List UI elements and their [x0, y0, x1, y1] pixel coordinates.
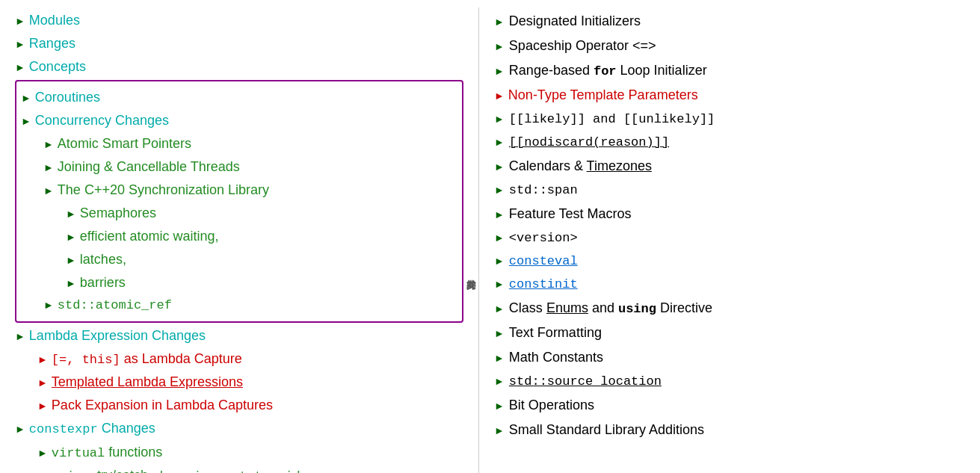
joining-threads-link[interactable]: Joining & Cancellable Threads [58, 157, 240, 177]
list-item: ► latches, [21, 250, 457, 270]
pack-expansion-link[interactable]: Pack Expansion in Lambda Captures [52, 395, 273, 415]
arrow-icon: ► [15, 329, 25, 344]
list-item: ► Text Formatting [494, 322, 965, 344]
arrow-icon: ► [37, 469, 48, 473]
likely-label: [[likely]] and [[unlikely]] [509, 109, 715, 129]
list-item: ► Class Enums and using Directive [494, 297, 965, 319]
lambda-changes-link[interactable]: Lambda Expression Changes [29, 326, 206, 346]
templated-lambda-link[interactable]: Templated Lambda Expressions [52, 372, 243, 392]
list-item: ► constexpr Changes [15, 418, 463, 439]
designated-init-link[interactable]: Designated Initializers [509, 10, 641, 32]
arrow-icon: ► [15, 60, 25, 75]
bordered-section: ► Coroutines ► Concurrency Changes ► Ato… [15, 80, 463, 323]
constexpr-changes-link[interactable]: constexpr Changes [29, 418, 155, 439]
coroutines-link[interactable]: Coroutines [35, 87, 100, 108]
list-item: ► <version> [494, 228, 965, 248]
list-item: ► Spaceship Operator <=> [494, 35, 965, 57]
atomic-smart-pointers-link[interactable]: Atomic Smart Pointers [58, 134, 191, 154]
try-catch: try/catch [97, 468, 148, 473]
arrow-icon: ► [494, 300, 505, 317]
concurrency-changes-link[interactable]: Concurrency Changes [35, 111, 169, 131]
arrow-icon: ► [494, 325, 505, 341]
non-type-template-label: Non-Type Template Parameters [508, 84, 698, 106]
arrow-icon: ► [494, 398, 505, 414]
math-constants-label: Math Constants [509, 347, 603, 368]
list-item: ► Range-based for Loop Initializer [494, 60, 965, 81]
arrow-icon: ► [37, 375, 48, 391]
lambda-capture-text: [=, this] as Lambda Capture [52, 349, 242, 370]
ranges-link[interactable]: Ranges [29, 34, 75, 54]
consteval-link[interactable]: consteval [509, 251, 578, 271]
spaceship-label: Spaceship Operator <=> [509, 35, 656, 57]
comma2: , [148, 468, 155, 473]
arrow-icon: ► [43, 160, 54, 176]
modules-link[interactable]: Modules [29, 10, 80, 31]
bit-operations-label: Bit Operations [509, 395, 594, 416]
list-item: ► Concepts [15, 57, 463, 77]
range-based-label: Range-based for Loop Initializer [509, 60, 707, 81]
arrow-icon: ► [494, 276, 505, 292]
arrow-icon: ► [66, 253, 76, 268]
constinit-link[interactable]: constinit [509, 274, 578, 294]
arrow-icon: ► [494, 158, 505, 175]
list-item: ► barriers [21, 273, 457, 293]
list-item: ► [=, this] as Lambda Capture [15, 349, 463, 370]
arrow-red-icon: ► [494, 87, 505, 104]
arrow-icon: ► [37, 352, 48, 368]
list-item: ► union, try/catch, dynamic_cast, typeid [15, 466, 463, 473]
std-span-label: std::span [509, 180, 578, 200]
barriers-link[interactable]: barriers [80, 273, 126, 293]
enums-text: Enums [546, 300, 588, 315]
list-item: ► efficient atomic waiting, [21, 226, 457, 247]
list-item: ► Math Constants [494, 347, 965, 368]
functions-label: functions [108, 445, 162, 460]
list-item: ► Calendars & Timezones [494, 155, 965, 177]
list-item: ► Lambda Expression Changes [15, 326, 463, 346]
virtual-functions-link[interactable]: virtual functions [52, 442, 162, 463]
dynamic-cast-keyword: dynamic_cast [155, 469, 247, 473]
arrow-icon: ► [15, 37, 25, 52]
constexpr-keyword: constexpr [29, 422, 98, 436]
concepts-link[interactable]: Concepts [29, 57, 86, 77]
list-item: ► Concurrency Changes [21, 111, 457, 131]
nodiscard-label: [[nodiscard(reason)]] [509, 132, 669, 152]
atomic-waiting-link[interactable]: efficient atomic waiting, [80, 226, 219, 247]
arrow-icon: ► [15, 13, 25, 29]
list-item: ► Joining & Cancellable Threads [21, 157, 457, 177]
arrow-icon: ► [494, 253, 505, 269]
text-formatting-label: Text Formatting [509, 322, 602, 344]
arrow-icon: ► [494, 350, 505, 366]
arrow-icon: ► [43, 297, 54, 313]
arrow-icon: ► [15, 421, 25, 437]
left-panel: ► Modules ► Ranges ► Concepts ► Coroutin… [0, 7, 478, 473]
sync-library-link[interactable]: The C++20 Synchronization Library [58, 180, 269, 200]
list-item: ► Ranges [15, 34, 463, 54]
list-item: ► Non-Type Template Parameters [494, 84, 965, 106]
list-item: ► std::atomic_ref [21, 296, 457, 315]
list-item: ► Pack Expansion in Lambda Captures [15, 395, 463, 415]
semaphores-link[interactable]: Semaphores [80, 203, 156, 223]
code-span: [=, this] [52, 353, 120, 367]
changes-label: Changes [102, 421, 155, 436]
list-item: ► std::span [494, 180, 965, 200]
union-link[interactable]: union, try/catch, dynamic_cast, typeid [52, 466, 301, 473]
timezones-text: Timezones [587, 158, 652, 173]
latches-link[interactable]: latches, [80, 250, 126, 270]
list-item: ► virtual functions [15, 442, 463, 463]
list-item: ► Bit Operations [494, 395, 965, 416]
arrow-icon: ► [494, 422, 505, 439]
arrow-icon: ► [43, 183, 54, 199]
arrow-icon: ► [66, 229, 76, 245]
class-enums-label: Class Enums and using Directive [509, 297, 712, 319]
list-item: ► Designated Initializers [494, 10, 965, 32]
arrow-icon: ► [66, 276, 76, 291]
label-span: as Lambda Capture [124, 351, 242, 366]
calendars-label: Calendars & Timezones [509, 155, 652, 177]
list-item: ► Small Standard Library Additions [494, 419, 965, 441]
arrow-icon: ► [37, 445, 48, 461]
typeid-keyword: typeid [254, 469, 300, 473]
list-item: ► Templated Lambda Expressions [15, 372, 463, 392]
feature-test-label: Feature Test Macros [509, 203, 632, 225]
atomic-ref-link[interactable]: std::atomic_ref [58, 296, 172, 315]
list-item: ► Modules [15, 10, 463, 31]
